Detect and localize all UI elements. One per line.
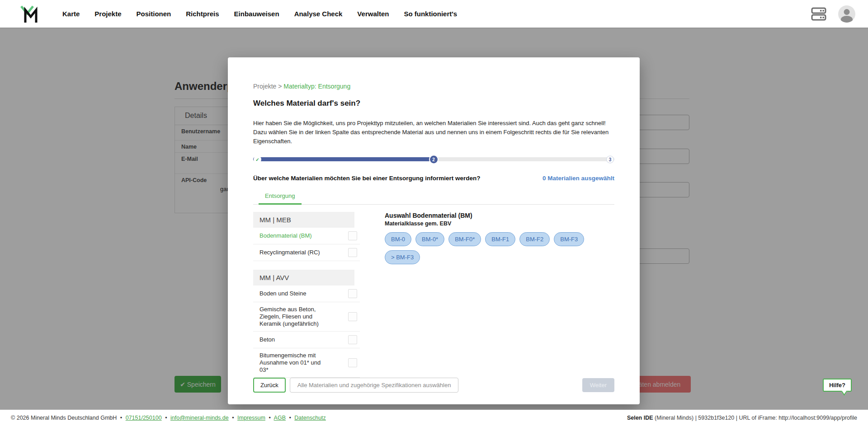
select-all-button[interactable]: Alle Materialien und zugehörige Spezifik… bbox=[290, 378, 459, 393]
checkbox[interactable] bbox=[348, 312, 357, 321]
material-item-beton[interactable]: Beton bbox=[253, 332, 360, 348]
avatar-person-icon bbox=[844, 9, 850, 15]
checkbox[interactable] bbox=[348, 289, 357, 298]
page-footer: © 2026 Mineral Minds Deutschland GmbH • … bbox=[0, 410, 868, 426]
nav-item-karte[interactable]: Karte bbox=[62, 10, 80, 18]
footer-link-agb[interactable]: AGB bbox=[274, 415, 286, 421]
progress-step-1-done: ✓ bbox=[254, 155, 261, 163]
help-button[interactable]: Hilfe? bbox=[823, 379, 852, 392]
top-nav: Karte Projekte Positionen Richtpreis Ein… bbox=[0, 0, 868, 28]
chip-bm-f2[interactable]: BM-F2 bbox=[519, 232, 550, 246]
nav-item-positionen[interactable]: Positionen bbox=[137, 10, 171, 18]
tab-entsorgung[interactable]: Entsorgung bbox=[259, 189, 302, 205]
material-item-boden-und-steine[interactable]: Boden und Steine bbox=[253, 286, 360, 302]
copyright-text: © 2026 Mineral Minds Deutschland GmbH bbox=[11, 415, 117, 421]
checkbox[interactable] bbox=[348, 231, 357, 240]
breadcrumb-root[interactable]: Projekte bbox=[253, 83, 276, 90]
next-button[interactable]: Weiter bbox=[582, 378, 614, 392]
avatar-person-icon bbox=[841, 16, 853, 23]
mineral-minds-logo[interactable] bbox=[19, 4, 38, 24]
nav-item-richtpreis[interactable]: Richtpreis bbox=[186, 10, 219, 18]
material-detail-panel: Auswahl Bodenmaterial (BM) Materialklass… bbox=[385, 212, 614, 378]
breadcrumb-separator: > bbox=[278, 83, 282, 90]
footer-link-datenschutz[interactable]: Datenschutz bbox=[294, 415, 326, 421]
checkbox[interactable] bbox=[348, 358, 357, 367]
breadcrumb-current: Materialtyp: Entsorgung bbox=[283, 83, 350, 90]
chip-bm-0[interactable]: BM-0 bbox=[385, 232, 411, 246]
progress-bar-fill bbox=[253, 157, 434, 161]
material-list: MM | MEB Bodenmaterial (BM) Recyclingmat… bbox=[253, 212, 360, 378]
material-item-bitumengemische[interactable]: Bitumengemische mit Ausnahme von 01* und… bbox=[253, 348, 360, 378]
footer-link-phone[interactable]: 07151/250100 bbox=[126, 415, 162, 421]
progress-bar: ✓ 2 3 bbox=[253, 157, 614, 161]
chip-bm-f1[interactable]: BM-F1 bbox=[485, 232, 515, 246]
footer-right: Selen IDE (Mineral Minds) | 5932b1f3e120… bbox=[627, 415, 857, 421]
chip-gt-bm-f3[interactable]: > BM-F3 bbox=[385, 250, 420, 264]
detail-heading: Auswahl Bodenmaterial (BM) bbox=[385, 212, 614, 219]
breadcrumb: Projekte > Materialtyp: Entsorgung bbox=[253, 83, 614, 90]
detail-subheading: Materialklasse gem. EBV bbox=[385, 220, 614, 227]
footer-left: © 2026 Mineral Minds Deutschland GmbH • … bbox=[11, 415, 326, 421]
material-selection-dialog: Projekte > Materialtyp: Entsorgung Welch… bbox=[228, 57, 640, 404]
server-icon[interactable] bbox=[811, 7, 826, 21]
material-class-chips: BM-0 BM-0* BM-F0* BM-F1 BM-F2 BM-F3 > BM… bbox=[385, 232, 614, 264]
footer-link-impressum[interactable]: Impressum bbox=[237, 415, 265, 421]
question-text: Über welche Materialien möchten Sie bei … bbox=[253, 175, 481, 182]
ide-info: (Mineral Minds) | 5932b1f3e120 | URL of … bbox=[653, 415, 857, 421]
chip-bm-0s[interactable]: BM-0* bbox=[415, 232, 444, 246]
section-header-mm-avv: MM | AVV bbox=[253, 270, 354, 286]
checkbox[interactable] bbox=[348, 248, 357, 257]
progress-step-3: 3 bbox=[606, 155, 614, 163]
selected-count[interactable]: 0 Materialien ausgewählt bbox=[542, 175, 614, 182]
material-item-gemische[interactable]: Gemische aus Beton, Ziegeln, Fliesen und… bbox=[253, 302, 360, 332]
footer-link-email[interactable]: info@mineral-minds.de bbox=[170, 415, 229, 421]
ide-name: Selen IDE bbox=[627, 415, 653, 421]
dialog-intro-text: Hier haben Sie die Möglichkeit, uns pro … bbox=[253, 119, 614, 146]
chip-bm-f0s[interactable]: BM-F0* bbox=[448, 232, 481, 246]
nav-item-so-funktionierts[interactable]: So funktioniert's bbox=[404, 10, 457, 18]
material-item-bodenmaterial[interactable]: Bodenmaterial (BM) bbox=[253, 228, 360, 244]
nav-item-projekte[interactable]: Projekte bbox=[94, 10, 121, 18]
nav-item-verwalten[interactable]: Verwalten bbox=[357, 10, 389, 18]
material-item-recyclingmaterial[interactable]: Recyclingmaterial (RC) bbox=[253, 244, 360, 261]
nav-item-einbauweisen[interactable]: Einbauweisen bbox=[234, 10, 279, 18]
nav-item-analyse-check[interactable]: Analyse Check bbox=[294, 10, 343, 18]
user-avatar[interactable] bbox=[838, 5, 855, 23]
dialog-title: Welches Material darf's sein? bbox=[253, 99, 614, 108]
dialog-footer: Zurück Alle Materialien und zugehörige S… bbox=[253, 378, 614, 393]
progress-step-2: 2 bbox=[430, 155, 438, 163]
checkbox[interactable] bbox=[348, 335, 357, 344]
main-menu: Karte Projekte Positionen Richtpreis Ein… bbox=[62, 10, 457, 18]
section-header-mm-meb: MM | MEB bbox=[253, 212, 354, 228]
tab-bar: Entsorgung bbox=[253, 189, 614, 205]
chip-bm-f3[interactable]: BM-F3 bbox=[554, 232, 584, 246]
back-button[interactable]: Zurück bbox=[253, 378, 286, 393]
